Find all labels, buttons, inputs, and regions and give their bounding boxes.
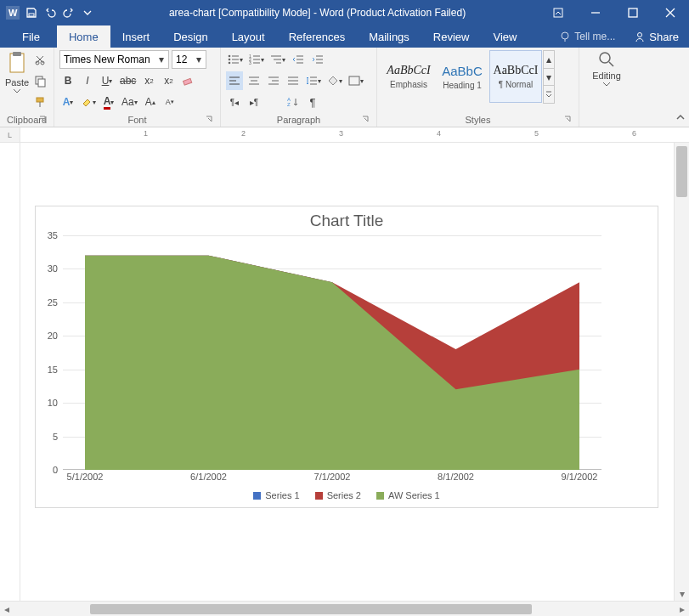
chevron-up-icon[interactable]: ▴ [543,50,555,69]
rtl-button[interactable]: ▸¶ [246,93,263,111]
svg-text:Z: Z [287,102,291,107]
format-painter-icon [34,96,46,108]
format-painter-button[interactable] [31,93,48,111]
tab-home[interactable]: Home [57,25,110,48]
chart-y-tick-label: 25 [48,297,63,308]
font-dialog-launcher[interactable] [203,113,215,125]
clipboard-dialog-launcher[interactable] [37,113,48,125]
qat-chevron-icon[interactable] [80,5,95,20]
sort-button[interactable]: AZ [285,93,302,111]
save-icon[interactable] [24,5,39,20]
tell-me-search[interactable]: Tell me... [551,25,624,48]
svg-rect-9 [10,54,24,72]
tab-file[interactable]: File [10,25,57,48]
tab-insert[interactable]: Insert [110,25,162,48]
subscript-button[interactable]: x2 [140,71,157,90]
line-spacing-button[interactable]: ▾ [304,71,323,90]
increase-indent-button[interactable] [309,50,326,69]
align-center-button[interactable] [246,71,263,90]
gallery-more-icon[interactable] [543,85,555,104]
multilevel-list-button[interactable]: ▾ [268,50,287,69]
svg-rect-2 [29,14,34,16]
ltr-button[interactable]: ¶◂ [226,93,243,111]
chevron-down-icon[interactable]: ▾ [543,68,555,87]
scroll-right-icon[interactable]: ▸ [675,603,689,615]
tab-layout[interactable]: Layout [220,25,277,48]
tab-design[interactable]: Design [161,25,219,48]
group-editing: Editing [579,48,634,127]
align-right-button[interactable] [265,71,282,90]
undo-icon[interactable] [42,5,58,20]
bullets-button[interactable]: ▾ [226,50,245,69]
editing-button[interactable]: Editing [592,50,621,87]
style-emphasis[interactable]: AaBbCcI Emphasis [382,50,435,103]
ribbon-tab-strip: File Home Insert Design Layout Reference… [0,25,689,48]
scrollbar-thumb[interactable] [90,604,532,614]
bold-button[interactable]: B [59,71,76,90]
font-name-input[interactable] [64,54,157,65]
strikethrough-button[interactable]: abc [118,71,138,90]
cut-button[interactable] [31,50,48,69]
change-case-button[interactable]: Aa▾ [120,93,139,111]
font-size-input[interactable] [176,54,195,65]
horizontal-scrollbar[interactable]: ◂ ▸ [0,601,689,616]
style-normal[interactable]: AaBbCcI ¶ Normal [489,50,542,103]
grow-font-button[interactable]: A▴ [142,93,159,111]
tell-me-label: Tell me... [574,31,615,42]
minimize-button[interactable] [577,0,614,25]
font-size-combo[interactable]: ▾ [172,50,206,69]
chart-legend-item: Series 2 [315,490,361,500]
tab-view[interactable]: View [481,25,528,48]
text-effects-button[interactable]: A▾ [59,93,76,111]
redo-icon[interactable] [61,5,76,20]
align-left-button[interactable] [226,71,243,90]
underline-button[interactable]: U▾ [99,71,116,90]
font-name-combo[interactable]: ▾ [59,50,169,69]
decrease-indent-button[interactable] [290,50,307,69]
group-clipboard: Paste Clipboard [0,48,54,127]
outdent-icon [292,54,304,65]
paragraph-dialog-launcher[interactable] [359,113,371,125]
tab-references[interactable]: References [277,25,357,48]
style-heading1[interactable]: AaBbC Heading 1 [436,50,489,103]
chevron-down-icon[interactable]: ▾ [157,50,165,69]
chevron-down-icon[interactable]: ▾ [195,50,202,69]
chevron-up-icon [675,112,686,122]
shrink-font-button[interactable]: A▾ [161,93,178,111]
style-gallery-scroll[interactable]: ▴ ▾ [543,50,555,103]
tab-mailings[interactable]: Mailings [357,25,421,48]
vertical-ruler[interactable] [0,143,20,601]
paste-button[interactable]: Paste [5,50,29,93]
vertical-scrollbar[interactable]: ▴ ▾ [674,143,689,601]
italic-button[interactable]: I [79,71,96,90]
show-marks-button[interactable]: ¶ [304,93,321,111]
horizontal-ruler[interactable]: 123456 [20,127,689,142]
scroll-down-icon[interactable]: ▾ [675,587,689,601]
group-paragraph: ▾ 123▾ ▾ ▾ ▾ ▾ ¶◂ ▸¶ AZ ¶ [221,48,377,127]
font-color-button[interactable]: A▾ [100,93,117,111]
share-button[interactable]: Share [624,25,689,48]
superscript-button[interactable]: x2 [160,71,177,90]
ribbon-display-options-icon[interactable] [539,0,577,25]
scrollbar-thumb[interactable] [676,146,687,197]
document-viewport[interactable]: Chart Title 05101520253035 5/1/20026/1/2… [20,143,674,601]
copy-button[interactable] [31,71,48,90]
scroll-left-icon[interactable]: ◂ [0,603,14,615]
borders-button[interactable]: ▾ [347,71,365,90]
collapse-ribbon-button[interactable] [675,112,686,125]
maximize-button[interactable] [614,0,652,25]
style-gallery[interactable]: AaBbCcI Emphasis AaBbC Heading 1 AaBbCcI… [382,50,555,103]
styles-dialog-launcher[interactable] [562,113,573,125]
shading-button[interactable]: ▾ [325,71,344,90]
ribbon: Paste Clipboard ▾ ▾ B I U▾ abc x2 [0,48,689,127]
numbering-button[interactable]: 123▾ [247,50,266,69]
chart-object[interactable]: Chart Title 05101520253035 5/1/20026/1/2… [35,206,658,508]
chart-legend-label: AW Series 1 [388,490,440,500]
horizontal-ruler-row: L 123456 [0,127,689,143]
close-button[interactable] [652,0,689,25]
tab-review[interactable]: Review [421,25,482,48]
highlight-button[interactable]: ▾ [79,93,98,111]
justify-button[interactable] [285,71,302,90]
clear-formatting-button[interactable] [179,71,196,90]
editing-label: Editing [592,71,621,81]
